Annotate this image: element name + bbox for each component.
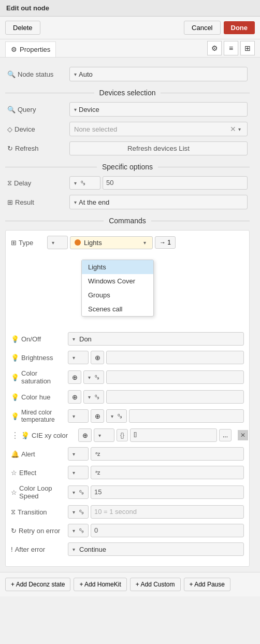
query-select[interactable]: ▾ Device [69, 102, 248, 117]
delete-button[interactable]: Delete [5, 21, 40, 35]
transition-input[interactable]: 10 = 1 second [91, 505, 244, 519]
color-loop-speed-label: ☆ Color Loop Speed [11, 484, 68, 500]
search-icon-2: 🔍 [7, 106, 16, 113]
exclaim-icon: ! [11, 546, 13, 553]
cie-type-select[interactable]: ▾ [94, 428, 114, 442]
dropdown-item-groups[interactable]: Groups [82, 288, 153, 302]
cls-input[interactable]: 15 [91, 485, 244, 499]
add-pause-button[interactable]: + Add Pause [184, 578, 230, 591]
sat-type-select[interactable]: ▾ ⁰₉ [83, 370, 104, 384]
tab-bar: ⚙ Properties ⚙ ≡ ⊞ [0, 39, 260, 58]
after-error-select[interactable]: ▾ Continue [68, 542, 244, 556]
sat-input[interactable] [106, 370, 244, 384]
device-clear-button[interactable]: ✕ [230, 125, 236, 133]
hue-icon-btn[interactable]: ⊕ [68, 390, 81, 404]
delay-type-select[interactable]: ▾ ⁰₉ [69, 176, 100, 190]
lightbulb-icon-5: 💡 [11, 412, 19, 420]
onoff-select[interactable]: ▾ Don [68, 332, 244, 346]
brightness-input[interactable] [106, 351, 244, 364]
done-button[interactable]: Done [224, 21, 255, 34]
drag-handle[interactable]: ⋮⋮ [11, 431, 21, 440]
cancel-button[interactable]: Cancel [184, 21, 220, 35]
tab-icon-list[interactable]: ≡ [224, 41, 238, 55]
star-icon-2: ☆ [11, 489, 17, 496]
brightness-icon-btn[interactable]: ⊕ [91, 351, 104, 364]
retry-icon: ↻ [11, 527, 17, 535]
tab-icon-expand[interactable]: ⊞ [240, 41, 255, 55]
color-saturation-control: ⊕ ▾ ⁰₉ [68, 370, 244, 384]
retry-on-error-row: ↻ Retry on error ▾ ⁰₉ 0 [11, 524, 244, 537]
refresh-label: ↻ Refresh [7, 145, 69, 152]
dropdown-item-scenes-call[interactable]: Scenes call [82, 302, 153, 316]
dropdown-item-windows-cover[interactable]: Windows Cover [82, 274, 153, 288]
mired-input[interactable] [129, 409, 244, 423]
lightbulb-icon-4: 💡 [11, 393, 19, 401]
refresh-button[interactable]: Refresh devices List [69, 141, 248, 155]
transition-label: ⧖ Transition [11, 508, 68, 516]
cie-icon-btn[interactable]: ⊕ [78, 428, 92, 442]
hue-input[interactable] [106, 390, 244, 404]
cie-delete-button[interactable]: ✕ [238, 430, 248, 440]
result-chevron: ▾ [74, 199, 77, 205]
lightbulb-icon-2: 💡 [11, 354, 19, 362]
add-custom-button[interactable]: + Add Custom [130, 578, 181, 591]
sat-icon-btn[interactable]: ⊕ [68, 370, 81, 384]
cie-ellipsis-button[interactable]: ... [219, 429, 232, 441]
cie-xy-control: ⊕ ▾ {} [] ... [78, 428, 232, 442]
retry-type-select[interactable]: ▾ ⁰₉ [68, 524, 89, 537]
cls-type-select[interactable]: ▾ ⁰₉ [68, 485, 89, 499]
effect-type-select[interactable]: ▾ [68, 466, 89, 479]
mired-type-select[interactable]: ▾ [68, 409, 89, 423]
add-homekit-button[interactable]: + Add HomeKit [74, 578, 126, 591]
alert-row: 🔔 Alert ▾ ᵃz [11, 447, 244, 461]
color-hue-row: 💡 Color hue ⊕ ▾ ⁰₉ [11, 390, 244, 404]
color-saturation-label: 💡 Color saturation [11, 369, 68, 385]
dropdown-item-lights[interactable]: Lights [82, 260, 153, 274]
after-error-row: ! After error ▾ Continue [11, 542, 244, 556]
type-dropdown-menu: Lights Windows Cover Groups Scenes call [81, 260, 154, 317]
mired-num-select[interactable]: ▾ ⁰₉ [106, 409, 127, 423]
grid-icon-2: ⊞ [11, 239, 17, 247]
chevron-icon-2: ▾ [74, 107, 77, 112]
retry-input[interactable]: 0 [91, 524, 244, 537]
brightness-label: 💡 Brightness [11, 354, 68, 362]
add-deconz-button[interactable]: + Add Deconz state [5, 578, 70, 591]
hue-type-select[interactable]: ▾ ⁰₉ [83, 390, 104, 404]
device-chevron: ▾ [238, 126, 241, 132]
type-label: ⊞ Type [11, 239, 47, 247]
type-row: ⊞ Type ▾ Lights ▾ → 1 [11, 236, 244, 249]
toolbar: Delete Cancel Done [0, 17, 260, 39]
result-row: ⊞ Result ▾ At the end [5, 195, 250, 209]
effect-row: ☆ Effect ▾ ᵃz [11, 466, 244, 479]
chevron-icon: ▾ [74, 71, 77, 77]
bottom-buttons: + Add Deconz state + Add HomeKit + Add C… [0, 572, 260, 596]
cie-input[interactable]: [] [130, 428, 217, 442]
device-label: ◇ Device [7, 125, 69, 133]
delay-value-input[interactable]: 50 [103, 176, 248, 190]
alert-value-select[interactable]: ᵃz [91, 447, 244, 461]
type-value-select[interactable]: Lights ▾ [70, 236, 153, 249]
effect-value-select[interactable]: ᵃz [91, 466, 244, 479]
retry-control: ▾ ⁰₉ 0 [68, 524, 244, 537]
brightness-type-select[interactable]: ▾ [68, 351, 89, 364]
hourglass-icon: ⧖ [7, 179, 12, 187]
node-status-select[interactable]: ▾ Auto [69, 67, 248, 81]
mired-icon-btn[interactable]: ⊕ [91, 409, 104, 423]
device-select[interactable]: None selected ✕ ▾ [69, 122, 248, 136]
orange-dot [75, 239, 81, 246]
tab-icon-settings[interactable]: ⚙ [207, 41, 222, 55]
delay-label: ⧖ Delay [7, 179, 69, 187]
tab-properties[interactable]: ⚙ Properties [5, 41, 56, 57]
result-select[interactable]: ▾ At the end [69, 195, 248, 209]
type-prefix-select[interactable]: ▾ [47, 236, 68, 249]
after-error-control: ▾ Continue [68, 542, 244, 556]
delay-row: ⧖ Delay ▾ ⁰₉ 50 [5, 176, 250, 190]
onoff-label: 💡 On/Off [11, 335, 68, 343]
effect-label: ☆ Effect [11, 469, 68, 477]
transition-type-select[interactable]: ▾ ⁰₉ [68, 505, 89, 519]
specific-options-header: Specific options [5, 163, 250, 171]
query-row: 🔍 Query ▾ Device [5, 102, 250, 117]
type-arrow-button[interactable]: → 1 [155, 236, 176, 249]
alert-type-select[interactable]: ▾ [68, 447, 89, 461]
brightness-control: ▾ ⊕ [68, 351, 244, 364]
